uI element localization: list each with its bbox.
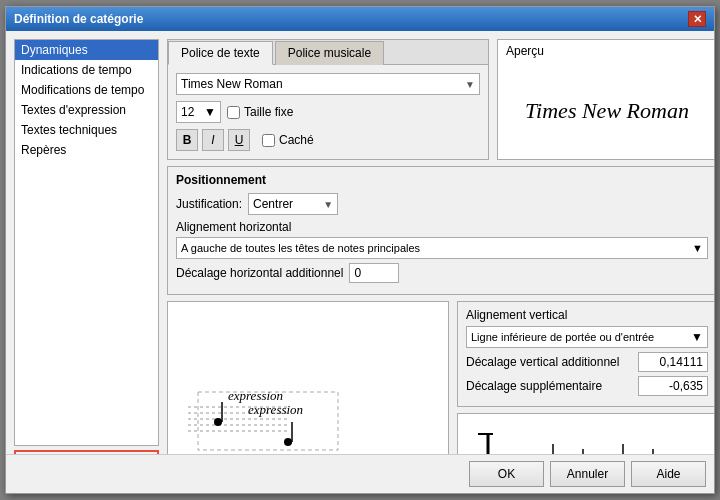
sidebar-item-tempo[interactable]: Indications de tempo <box>15 60 158 80</box>
sidebar-item-dynamiques[interactable]: Dynamiques <box>15 40 158 60</box>
bottom-section: expression expression <box>167 301 714 454</box>
cancel-button[interactable]: Annuler <box>550 461 625 487</box>
diagram-area: expression expression <box>167 301 449 454</box>
title-bar: Définition de catégorie ✕ <box>6 7 714 31</box>
vert-align-panel: Alignement vertical Ligne inférieure de … <box>457 301 714 454</box>
h-align-label: Alignement horizontal <box>176 220 708 234</box>
font-name-dropdown[interactable]: Times New Roman ▼ <box>176 73 480 95</box>
font-name-row: Times New Roman ▼ <box>176 73 480 95</box>
justification-dropdown[interactable]: Centrer ▼ <box>248 193 338 215</box>
fixed-size-text: Taille fixe <box>244 105 293 119</box>
hidden-text: Caché <box>279 133 314 147</box>
sidebar: Dynamiques Indications de tempo Modifica… <box>14 39 159 446</box>
vert-offset-row: Décalage vertical additionnel 0,14111 <box>466 352 708 372</box>
tab-music-font[interactable]: Police musicale <box>275 41 384 65</box>
style-row: B I U Caché <box>176 129 480 151</box>
help-button[interactable]: Aide <box>631 461 706 487</box>
expression-text-1: expression <box>228 388 283 403</box>
hidden-checkbox[interactable] <box>262 134 275 147</box>
fixed-size-label: Taille fixe <box>227 105 293 119</box>
vert-align-dropdown-value: Ligne inférieure de portée ou d'entrée <box>471 331 654 343</box>
preview-label: Aperçu <box>498 40 714 62</box>
vert-offset-label: Décalage vertical additionnel <box>466 355 619 369</box>
ok-button[interactable]: OK <box>469 461 544 487</box>
note-head-1 <box>214 418 222 426</box>
sidebar-item-expression[interactable]: Textes d'expression <box>15 100 158 120</box>
left-panel: Dynamiques Indications de tempo Modifica… <box>14 39 159 446</box>
size-row: 12 ▼ Taille fixe <box>176 101 480 123</box>
justification-label: Justification: <box>176 197 242 211</box>
hidden-label: Caché <box>262 133 314 147</box>
justification-row: Justification: Centrer ▼ <box>176 193 708 215</box>
positioning-section: Positionnement Justification: Centrer ▼ … <box>167 166 714 295</box>
font-dropdown-arrow: ▼ <box>465 79 475 90</box>
font-size-value: 12 <box>181 105 194 119</box>
justification-arrow: ▼ <box>323 199 333 210</box>
italic-button[interactable]: I <box>202 129 224 151</box>
h-align-dropdown[interactable]: A gauche de toutes les têtes de notes pr… <box>176 237 708 259</box>
size-dropdown-arrow: ▼ <box>204 105 216 119</box>
vert-align-section: Alignement vertical Ligne inférieure de … <box>457 301 714 407</box>
sidebar-item-techniques[interactable]: Textes techniques <box>15 120 158 140</box>
vert-offset-input[interactable]: 0,14111 <box>638 352 708 372</box>
tab-bar: Police de texte Police musicale <box>168 40 488 65</box>
window-body: Dynamiques Indications de tempo Modifica… <box>6 31 714 454</box>
h-align-value: A gauche de toutes les têtes de notes pr… <box>181 242 420 254</box>
h-offset-label: Décalage horizontal additionnel <box>176 266 343 280</box>
footer: OK Annuler Aide <box>6 454 714 493</box>
vert-align-dropdown-arrow: ▼ <box>691 330 703 344</box>
tab-text-font[interactable]: Police de texte <box>168 41 273 65</box>
font-size-dropdown[interactable]: 12 ▼ <box>176 101 221 123</box>
sidebar-item-modif-tempo[interactable]: Modifications de tempo <box>15 80 158 100</box>
close-button[interactable]: ✕ <box>688 11 706 27</box>
expression-text-2: expression <box>248 402 303 417</box>
extra-offset-label: Décalage supplémentaire <box>466 379 602 393</box>
font-name-value: Times New Roman <box>181 77 283 91</box>
top-section: Police de texte Police musicale Times Ne… <box>167 39 714 160</box>
main-window: Définition de catégorie ✕ Dynamiques Ind… <box>5 6 715 494</box>
positioning-title: Positionnement <box>176 173 708 187</box>
h-offset-input[interactable]: 0 <box>349 263 399 283</box>
extra-offset-row: Décalage supplémentaire -0,635 <box>466 376 708 396</box>
h-align-arrow: ▼ <box>692 242 703 254</box>
music-diagram-svg: 𝄢 exp <box>458 414 714 454</box>
h-offset-row: Décalage horizontal additionnel 0 <box>176 263 708 283</box>
preview-content: Times New Roman <box>498 62 714 159</box>
bold-button[interactable]: B <box>176 129 198 151</box>
vert-align-title: Alignement vertical <box>466 308 708 322</box>
preview-panel: Aperçu Times New Roman <box>497 39 714 160</box>
music-diagram: 𝄢 exp <box>457 413 714 454</box>
sidebar-item-reperes[interactable]: Repères <box>15 140 158 160</box>
preview-text: Times New Roman <box>525 98 689 124</box>
note-head-2 <box>284 438 292 446</box>
vert-align-dropdown[interactable]: Ligne inférieure de portée ou d'entrée ▼ <box>466 326 708 348</box>
main-area: Police de texte Police musicale Times Ne… <box>167 39 714 446</box>
tab-content: Times New Roman ▼ 12 ▼ <box>168 65 488 159</box>
underline-button[interactable]: U <box>228 129 250 151</box>
window-title: Définition de catégorie <box>14 12 143 26</box>
fixed-size-checkbox[interactable] <box>227 106 240 119</box>
diagram-svg: expression expression <box>168 352 448 454</box>
justification-value: Centrer <box>253 197 293 211</box>
extra-offset-input[interactable]: -0,635 <box>638 376 708 396</box>
font-panel: Police de texte Police musicale Times Ne… <box>167 39 489 160</box>
